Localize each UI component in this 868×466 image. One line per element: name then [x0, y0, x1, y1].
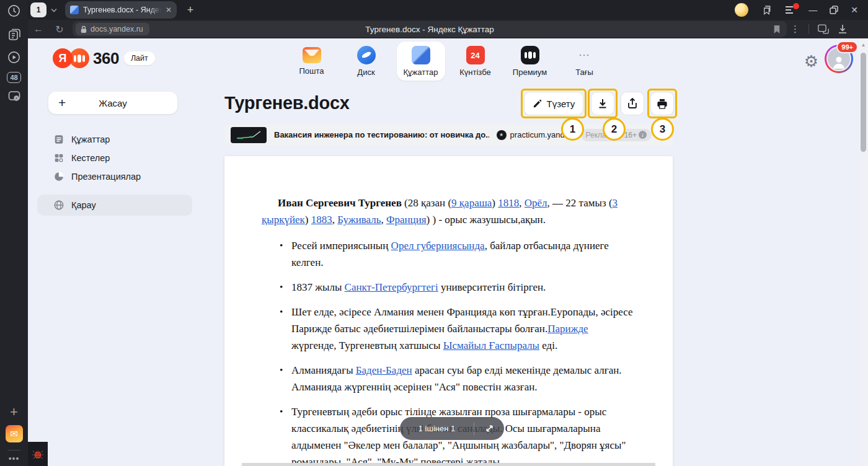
page-indicator: 1 ішінен 1: [400, 417, 504, 440]
tab-strip: 1 Тургенев.docx - Яндек ✕ + — ✕: [28, 0, 868, 20]
nav-item-mail[interactable]: Пошта: [288, 42, 336, 79]
doc-link[interactable]: Орёл: [525, 197, 547, 209]
nav-item-more[interactable]: ⋯ Тағы: [560, 42, 609, 81]
close-window-button[interactable]: ✕: [851, 5, 858, 15]
address-bar: ← ↻ docs.yandex.ru Тургенев.docx - Яндек…: [28, 20, 868, 38]
downloads-icon[interactable]: [838, 24, 848, 34]
practicum-logo-icon: *: [497, 130, 507, 140]
back-icon[interactable]: ←: [28, 24, 49, 35]
sidebar-item-view[interactable]: Қарау: [37, 195, 192, 216]
nav-item-documents[interactable]: Құжаттар: [397, 42, 445, 81]
speed-badge-icon[interactable]: 48: [0, 72, 28, 83]
doc-bullet-item: 1837 жылы Санкт-Петербургтегі университе…: [291, 279, 634, 296]
ad-info-icon[interactable]: i: [639, 131, 647, 139]
reload-icon[interactable]: ↻: [49, 24, 70, 35]
ad-title: Вакансия инженера по тестированию: от но…: [274, 130, 489, 139]
sidebar-item-tables[interactable]: Кестелер: [37, 149, 192, 167]
doc-text: ) ) - орыс жазушысы,ақын.: [427, 214, 546, 226]
yandex-mail-shortcut-icon[interactable]: ✉: [0, 425, 28, 442]
history-icon[interactable]: [0, 4, 28, 18]
sidebar-more-icon[interactable]: •••: [0, 454, 28, 464]
addressbar-separator: [808, 24, 809, 34]
doc-link[interactable]: 9 қараша: [451, 197, 492, 209]
news-feed-icon[interactable]: [0, 27, 28, 42]
callout-1: 1: [561, 118, 584, 141]
doc-text: ): [492, 197, 498, 209]
chevron-down-icon[interactable]: [48, 8, 60, 12]
restore-button[interactable]: [830, 6, 838, 14]
tab-group-counter[interactable]: 1: [30, 2, 46, 17]
doc-bullet-item: Шет елде, әсіресе Алмания менен Францияд…: [291, 304, 634, 354]
yandex360-header: Я 360 Лайт Пошта Диск Құжаттар 24 Күнтіз…: [28, 38, 868, 79]
doc-link[interactable]: Буживаль: [337, 214, 381, 226]
more-dots-icon: ⋯: [578, 46, 590, 64]
create-button[interactable]: + Жасау: [48, 92, 177, 114]
globe-icon: [53, 200, 64, 211]
sidebar-item-documents[interactable]: Құжаттар: [37, 130, 192, 149]
window-page-title: Тургенев.docx - Яндекс Құжаттар: [73, 25, 787, 34]
doc-link[interactable]: Ысмайыл Ғаспыралы: [443, 340, 539, 351]
doc-text: ,: [332, 214, 338, 226]
documents-icon: [412, 46, 430, 64]
page-indicator-text: 1 ішінен 1: [400, 424, 474, 433]
share-button[interactable]: [621, 92, 644, 115]
nav-item-calendar[interactable]: 24 Күнтізбе: [451, 42, 500, 81]
download-button[interactable]: [591, 92, 614, 115]
doc-link[interactable]: Баден-Баден: [356, 364, 412, 376]
user-avatar[interactable]: 99+: [825, 45, 853, 73]
tab-title: Тургенев.docx - Яндек: [83, 6, 161, 14]
fullscreen-button[interactable]: [474, 424, 504, 433]
sidebar-add-icon[interactable]: +: [0, 404, 28, 420]
minimize-button[interactable]: —: [808, 5, 817, 15]
doc-text: Ресей империясының: [291, 240, 391, 252]
doc-text: ): [305, 214, 311, 226]
print-button[interactable]: [650, 92, 674, 115]
doc-link[interactable]: Санкт-Петербургтегі: [345, 281, 438, 293]
download-icon: [598, 99, 608, 109]
web-page: Я 360 Лайт Пошта Диск Құжаттар 24 Күнтіз…: [28, 38, 868, 466]
side-panel-icon[interactable]: [818, 24, 829, 34]
expand-icon: [485, 424, 494, 433]
yandex360-logo[interactable]: Я 360 Лайт: [53, 48, 155, 68]
browser-menu-icon[interactable]: [785, 6, 796, 14]
doc-link[interactable]: Франция: [386, 214, 427, 226]
callout-2: 2: [603, 118, 626, 141]
sidebar-item-presentations[interactable]: Презентациялар: [37, 167, 192, 186]
doc-intro-paragraph: Иван Сергеевич Тургенев (28 қазан (9 қар…: [262, 195, 634, 228]
tab-close-icon[interactable]: ✕: [166, 6, 172, 14]
page-scrollbar[interactable]: ▲: [859, 38, 868, 466]
scroll-up-icon[interactable]: ▲: [859, 42, 868, 48]
doc-text: еді.: [539, 340, 557, 351]
pie-chart-icon: [53, 171, 64, 182]
side-panel: + Жасау Құжаттар Кестелер Презентациялар…: [37, 92, 192, 216]
video-icon[interactable]: [0, 50, 28, 64]
nav-item-premium[interactable]: Премиум: [506, 42, 554, 81]
doc-link[interactable]: Парижде: [547, 323, 588, 335]
doc-bullet-item: Ресей империясының Орел губерниясында, б…: [291, 237, 634, 271]
sidebar-divider: [7, 450, 20, 451]
logo-brand-text: 360: [93, 49, 119, 68]
next-content-strip: [242, 463, 655, 466]
screenshot-icon[interactable]: [0, 89, 28, 103]
document-title: Тургенев.docx: [224, 93, 350, 113]
new-tab-button[interactable]: +: [183, 2, 198, 17]
edit-button[interactable]: Түзету: [524, 92, 583, 115]
settings-gear-icon[interactable]: ⚙: [804, 52, 818, 71]
browser-profile-avatar[interactable]: [735, 3, 748, 17]
addressbar-menu-icon[interactable]: ⋮: [790, 24, 800, 35]
doc-text: (28 қазан (: [402, 197, 451, 209]
doc-link[interactable]: Орел губерниясында: [391, 240, 485, 252]
doc-bold-text: Иван Сергеевич Тургенев: [278, 197, 402, 209]
doc-text: 1837 жылы: [291, 281, 345, 293]
bookmarks-icon[interactable]: [761, 4, 773, 15]
annotation-box-2: [588, 89, 618, 118]
yandex-logo-icon: Я: [53, 48, 73, 68]
active-tab[interactable]: Тургенев.docx - Яндек ✕: [65, 1, 177, 19]
doc-link[interactable]: 1883: [311, 214, 332, 226]
bug-report-widget[interactable]: [28, 442, 48, 466]
doc-link[interactable]: 1818: [498, 197, 519, 209]
scrollbar-thumb[interactable]: [861, 53, 866, 152]
url-field[interactable]: docs.yandex.ru Тургенев.docx - Яндекс Құ…: [73, 21, 787, 37]
nav-item-disk[interactable]: Диск: [342, 42, 391, 81]
docs-favicon-icon: [70, 6, 79, 14]
